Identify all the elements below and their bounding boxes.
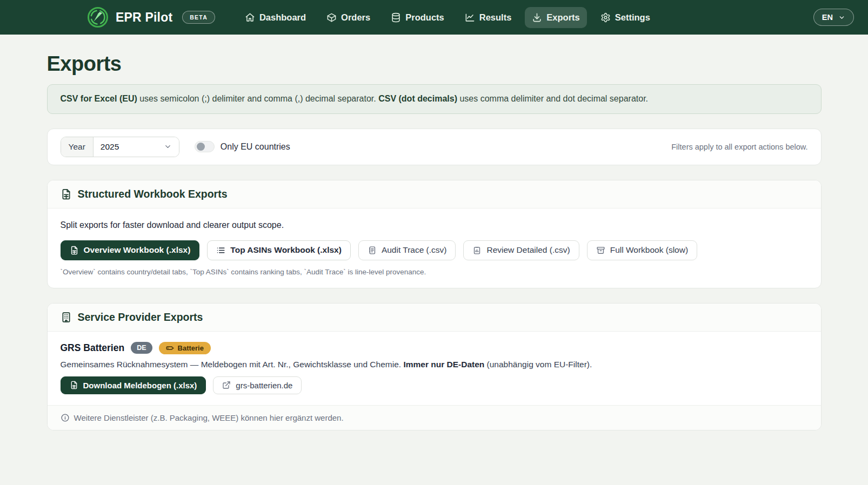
provider-description: Gemeinsames Rücknahmesystem — Meldebogen… [61,360,808,369]
category-badge: Batterie [159,342,211,354]
nav-item-dashboard[interactable]: Dashboard [238,7,313,28]
nav-label: Exports [546,12,579,23]
top-asins-workbook-button[interactable]: Top ASINs Workbook (.xlsx) [207,240,351,260]
card-title: Service Provider Exports [78,311,203,324]
provider-description-text: Gemeinsames Rücknahmesystem — Meldebogen… [61,360,404,369]
audit-trace-button[interactable]: Audit Trace (.csv) [358,240,456,260]
export-buttons-row: Overview Workbook (.xlsx) Top ASINs Work… [61,240,808,260]
full-workbook-button[interactable]: Full Workbook (slow) [587,240,697,260]
nav-item-exports[interactable]: Exports [525,7,586,28]
provider-website-link[interactable]: grs-batterien.de [213,376,302,394]
spreadsheet-icon [70,246,79,255]
eu-only-toggle-group: Only EU countries [195,141,290,152]
country-badge: DE [131,342,152,354]
spreadsheet-icon [70,381,78,389]
chevron-down-icon [164,143,172,151]
provider-card-footer: Weitere Dienstleister (z.B. Packaging, W… [48,405,821,430]
button-label: grs-batterien.de [236,381,292,390]
year-select[interactable]: 2025 [94,137,179,157]
archive-icon [596,246,605,255]
banner-text: uses semicolon (;) delimiter and comma (… [137,94,378,103]
package-icon [326,12,337,23]
list-icon [216,246,225,255]
download-meldebogen-button[interactable]: Download Meldebogen (.xlsx) [61,376,206,394]
nav-label: Orders [341,12,370,23]
provider-description-text: (unabhängig vom EU-Filter). [484,360,592,369]
button-label: Audit Trace (.csv) [382,245,447,255]
button-label: Download Meldebogen (.xlsx) [83,381,197,390]
provider-name: GRS Batterien [61,342,125,354]
banner-strong-text: CSV for Excel (EU) [61,94,137,103]
main-content: Exports CSV for Excel (EU) uses semicolo… [47,52,822,430]
building-icon [61,312,72,323]
chevron-down-icon [838,14,845,21]
banner-strong-text: CSV (dot decimals) [378,94,457,103]
banner-text: uses comma delimiter and dot decimal sep… [457,94,648,103]
button-label: Overview Workbook (.xlsx) [84,245,191,255]
year-select-value: 2025 [101,142,119,152]
top-navbar: EPR Pilot BETA Dashboard Orders [0,0,868,35]
overview-workbook-button[interactable]: Overview Workbook (.xlsx) [61,240,200,260]
structured-workbook-exports-card: Structured Workbook Exports Split export… [47,180,822,288]
app-logo-compass-icon [86,6,109,29]
footer-note-text: Weitere Dienstleister (z.B. Packaging, W… [74,413,344,422]
provider-head: GRS Batterien DE Batterie [61,342,808,354]
language-select[interactable]: EN [813,9,854,26]
workbook-footnote: `Overview` contains country/detail tabs,… [61,268,808,276]
spreadsheet-file-icon [61,188,72,200]
toggle-knob [197,143,205,151]
nav-label: Products [405,12,444,23]
workbook-description: Split exports for faster download and cl… [61,220,808,230]
main-navigation: Dashboard Orders Products [238,7,657,28]
provider-description-strong: Immer nur DE-Daten [403,360,484,369]
battery-icon [166,344,174,352]
filter-bar: Year 2025 Only EU countries Filters appl… [47,129,822,165]
button-label: Top ASINs Workbook (.xlsx) [230,245,342,255]
nav-label: Settings [615,12,650,23]
button-label: Review Detailed (.csv) [486,245,570,255]
app-title: EPR Pilot [116,10,172,25]
document-lines-icon [368,246,377,255]
card-header: Service Provider Exports [48,304,821,332]
external-link-icon [222,381,231,389]
nav-label: Results [479,12,512,23]
clipboard-chart-icon [472,246,482,255]
provider-row: GRS Batterien DE Batterie Gemeinsames Rü… [48,332,821,405]
nav-label: Dashboard [259,12,306,23]
csv-format-info-banner: CSV for Excel (EU) uses semicolon (;) de… [47,84,822,114]
database-icon [391,12,401,23]
card-body: Split exports for faster download and cl… [48,208,821,288]
nav-item-results[interactable]: Results [458,7,519,28]
review-detailed-button[interactable]: Review Detailed (.csv) [463,240,579,260]
filter-note: Filters apply to all export actions belo… [671,143,807,151]
chart-icon [465,12,475,23]
card-title: Structured Workbook Exports [78,188,228,200]
info-icon [61,413,70,422]
brand: EPR Pilot BETA [86,6,215,29]
page-title: Exports [47,52,822,76]
beta-badge: BETA [182,11,215,24]
category-badge-label: Batterie [178,344,204,352]
eu-only-toggle[interactable] [195,141,215,152]
nav-item-products[interactable]: Products [384,7,451,28]
nav-item-settings[interactable]: Settings [593,7,657,28]
button-label: Full Workbook (slow) [610,245,688,255]
year-filter-label: Year [61,137,94,157]
download-icon [532,12,542,23]
service-provider-exports-card: Service Provider Exports GRS Batterien D… [47,303,822,430]
gear-icon [600,12,611,23]
eu-only-toggle-label: Only EU countries [221,142,290,152]
home-icon [245,12,255,23]
nav-item-orders[interactable]: Orders [319,7,377,28]
card-header: Structured Workbook Exports [48,180,821,208]
year-filter-group: Year 2025 [61,137,179,157]
provider-actions: Download Meldebogen (.xlsx) grs-batterie… [61,376,808,394]
language-value: EN [822,13,833,22]
